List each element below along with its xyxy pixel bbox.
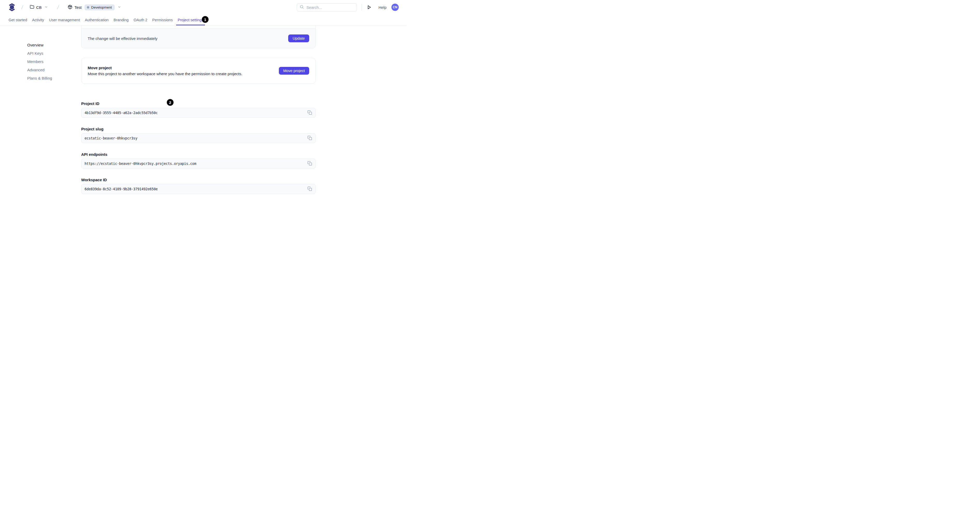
move-project-title: Move project <box>88 65 242 70</box>
field-api-endpoints: API endpoints https://ecstatic-beaver-0h… <box>81 152 316 168</box>
update-card-footer: The change will be effective immediately… <box>81 29 315 48</box>
environment-dot-icon <box>87 6 89 8</box>
tab-label: Branding <box>114 18 129 22</box>
project-switcher[interactable]: Test Development <box>68 5 121 10</box>
field-box: 4b13df9d-3555-4485-a62a-2adc55d7b50c <box>81 108 316 118</box>
sidebar-item-label: API Keys <box>27 51 43 56</box>
move-project-card: Move project Move this project to anothe… <box>81 58 316 84</box>
sidebar-item-members[interactable]: Members <box>27 60 81 63</box>
tab-permissions[interactable]: Permissions <box>151 14 174 25</box>
field-label: Workspace ID <box>81 178 316 182</box>
tab-activity[interactable]: Activity <box>30 14 46 25</box>
field-workspace-id: Workspace ID 6de839da-8c52-4109-9b28-379… <box>81 178 316 194</box>
breadcrumb: / CB / Test Development <box>9 3 121 11</box>
update-card-message: The change will be effective immediately <box>88 36 158 41</box>
tab-authentication[interactable]: Authentication <box>83 14 110 25</box>
breadcrumb-separator: / <box>57 5 59 10</box>
annotation-badge-1: 1 <box>202 16 208 23</box>
move-project-texts: Move project Move this project to anothe… <box>88 65 242 76</box>
annotation-badge-2: 2 <box>167 99 173 106</box>
project-identifiers: Project ID 4b13df9d-3555-4485-a62a-2adc5… <box>81 102 316 194</box>
tab-label: Authentication <box>85 18 109 22</box>
top-bar-actions: Help CN <box>297 3 399 11</box>
workspace-switcher[interactable]: CB <box>30 5 48 10</box>
tab-label: Project settings <box>178 18 204 22</box>
update-card-body <box>81 25 315 29</box>
move-project-button[interactable]: Move project <box>279 67 309 75</box>
copy-icon <box>307 161 312 167</box>
sidebar-item-overview[interactable]: Overview <box>27 43 81 47</box>
copy-icon <box>307 136 312 141</box>
field-label: API endpoints <box>81 152 316 157</box>
move-project-description: Move this project to another workspace w… <box>88 71 242 76</box>
tab-branding[interactable]: Branding <box>112 14 130 25</box>
ory-logo[interactable] <box>9 3 15 11</box>
copy-button[interactable] <box>307 110 312 116</box>
page-content: Overview API Keys Members Advanced Plans… <box>0 25 407 194</box>
sidebar-item-label: Members <box>27 59 44 64</box>
breadcrumb-separator: / <box>21 5 23 10</box>
update-card: The change will be effective immediately… <box>81 25 316 48</box>
settings-sidebar: Overview API Keys Members Advanced Plans… <box>0 25 81 80</box>
tab-label: User management <box>49 18 80 22</box>
package-icon <box>68 5 72 10</box>
field-box: 6de839da-8c52-4109-9b28-3791492e650e <box>81 184 316 194</box>
environment-label: Development <box>91 5 112 10</box>
field-value: ecstatic-beaver-0hkvpcr3sy <box>84 136 137 140</box>
field-box: ecstatic-beaver-0hkvpcr3sy <box>81 133 316 143</box>
search-input[interactable] <box>306 5 358 10</box>
tab-label: Permissions <box>152 18 173 22</box>
field-project-id: Project ID 4b13df9d-3555-4485-a62a-2adc5… <box>81 102 316 118</box>
search-box[interactable] <box>297 3 357 11</box>
sidebar-item-label: Advanced <box>27 68 45 72</box>
sidebar-item-advanced[interactable]: Advanced <box>27 68 81 72</box>
chevron-down-icon <box>45 5 48 10</box>
copy-button[interactable] <box>307 136 312 141</box>
top-bar: / CB / Test Development <box>0 0 407 14</box>
folder-icon <box>30 5 34 10</box>
copy-button[interactable] <box>307 186 312 192</box>
play-icon[interactable] <box>366 5 372 10</box>
field-label: Project slug <box>81 127 316 131</box>
settings-main: The change will be effective immediately… <box>81 25 316 194</box>
header-divider <box>361 4 362 11</box>
field-label: Project ID <box>81 102 316 106</box>
sidebar-item-label: Plans & Billing <box>27 76 52 80</box>
update-button[interactable]: Update <box>288 35 309 42</box>
help-link[interactable]: Help <box>379 5 387 10</box>
tab-project-settings[interactable]: Project settings <box>176 14 205 25</box>
tab-label: Get started <box>9 18 27 22</box>
copy-icon <box>307 186 312 192</box>
tab-label: OAuth 2 <box>134 18 147 22</box>
field-value: 4b13df9d-3555-4485-a62a-2adc55d7b50c <box>84 111 158 115</box>
sidebar-item-api-keys[interactable]: API Keys <box>27 51 81 55</box>
tab-user-management[interactable]: User management <box>48 14 81 25</box>
sidebar-item-label: Overview <box>27 43 44 47</box>
environment-badge: Development <box>84 5 115 10</box>
tab-oauth-2[interactable]: OAuth 2 <box>132 14 149 25</box>
project-name: Test <box>75 5 82 10</box>
avatar[interactable]: CN <box>391 4 399 11</box>
field-value: https://ecstatic-beaver-0hkvpcr3sy.proje… <box>84 162 196 166</box>
sidebar-item-plans-billing[interactable]: Plans & Billing <box>27 76 81 80</box>
chevron-down-icon <box>118 5 121 10</box>
copy-icon <box>307 110 312 116</box>
copy-button[interactable] <box>307 161 312 167</box>
field-project-slug: Project slug ecstatic-beaver-0hkvpcr3sy <box>81 127 316 143</box>
field-box: https://ecstatic-beaver-0hkvpcr3sy.proje… <box>81 159 316 168</box>
search-icon <box>300 5 304 10</box>
field-value: 6de839da-8c52-4109-9b28-3791492e650e <box>84 187 158 191</box>
tab-label: Activity <box>32 18 44 22</box>
workspace-name: CB <box>36 5 42 10</box>
tab-get-started[interactable]: Get started <box>7 14 29 25</box>
